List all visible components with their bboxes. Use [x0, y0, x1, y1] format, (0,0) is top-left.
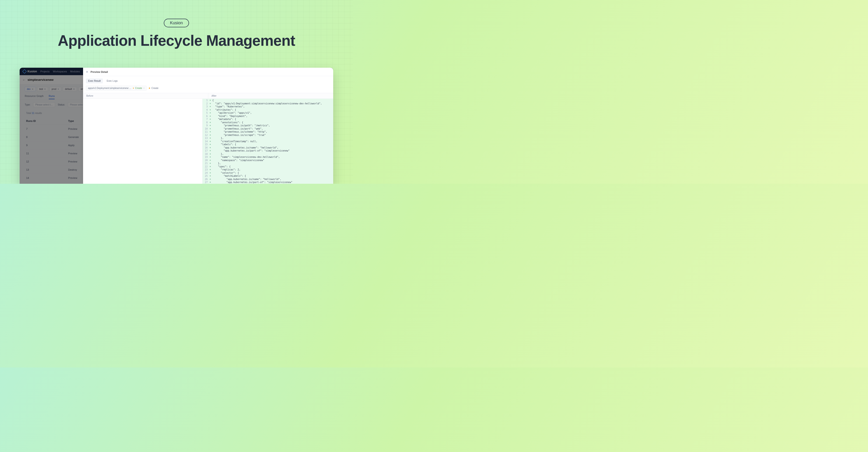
- line-number: 12: [203, 133, 210, 137]
- code-line: 2+ "id": "apps/v1:Deployment:simpleservi…: [203, 102, 333, 105]
- code-line: 23+ "replicas": 2,: [203, 168, 333, 171]
- line-content: "prometheus.io/scheme": "http",: [212, 130, 267, 133]
- code-line: 4+ "attributes": {: [203, 108, 333, 112]
- line-content: "annotations": {: [212, 121, 243, 124]
- diff-add-marker: +: [210, 146, 212, 149]
- diff-before-header: Before: [83, 93, 208, 98]
- diff-add-marker: +: [210, 111, 212, 115]
- diff-add-marker: +: [210, 102, 212, 105]
- resource-crumb-text: apps/v1:Deployment:simpleservicenew:simp…: [88, 87, 132, 89]
- modal-tabs: Exec Result Exec Logs: [83, 76, 333, 85]
- line-number: 1: [203, 99, 210, 102]
- code-line: 22+ "spec": {: [203, 165, 333, 168]
- line-number: 22: [203, 165, 210, 168]
- line-content: "matchLabels": {: [212, 174, 246, 178]
- line-number: 9: [203, 124, 210, 127]
- line-number: 23: [203, 168, 210, 171]
- diff-add-marker: +: [210, 143, 212, 146]
- diff-add-marker: +: [210, 115, 212, 118]
- line-content: "creationTimestamp": null,: [212, 140, 257, 143]
- line-content: },: [212, 152, 223, 156]
- diff-add-marker: +: [210, 130, 212, 133]
- line-number: 16: [203, 146, 210, 149]
- app-window: Kusion Projects Workspaces Modules Sourc…: [20, 68, 333, 184]
- diff-add-marker: +: [210, 155, 212, 159]
- code-line: 7+ "metadata": {: [203, 118, 333, 121]
- code-line: 26+ "app.kubernetes.io/name": "helloworl…: [203, 178, 333, 181]
- diff-add-marker: +: [210, 99, 212, 102]
- hero: Kusion Application Lifecycle Management: [0, 0, 353, 49]
- diff-add-marker: +: [210, 181, 212, 184]
- resource-crumb[interactable]: apps/v1:Deployment:simpleservicenew:simp…: [86, 86, 147, 91]
- line-number: 18: [203, 152, 210, 156]
- line-content: "namespace": "simpleservicenew": [212, 159, 265, 162]
- line-content: {: [212, 99, 214, 102]
- line-number: 27: [203, 181, 210, 184]
- diff-before-pane: [83, 99, 203, 184]
- diff-header: Before After: [83, 93, 333, 99]
- code-line: 27+ "app.kubernetes.io/part-of": "simple…: [203, 181, 333, 184]
- line-number: 13: [203, 137, 210, 140]
- diff-add-marker: +: [210, 121, 212, 124]
- line-number: 19: [203, 155, 210, 159]
- modal-header: ✕ Preview Detail: [83, 68, 333, 76]
- diff-add-marker: +: [210, 124, 212, 127]
- line-content: "app.kubernetes.io/part-of": "simpleserv…: [212, 181, 292, 184]
- tab-exec-logs[interactable]: Exec Logs: [104, 79, 120, 83]
- line-number: 20: [203, 159, 210, 162]
- line-number: 2: [203, 102, 210, 105]
- line-number: 21: [203, 162, 210, 165]
- diff-add-marker: +: [210, 137, 212, 140]
- code-line: 17+ "app.kubernetes.io/part-of": "simple…: [203, 149, 333, 152]
- code-line: 9+ "prometheus.io/path": "/metrics",: [203, 124, 333, 127]
- code-line: 13+ },: [203, 137, 333, 140]
- code-line: 3+ "type": "Kubernetes",: [203, 105, 333, 108]
- status-dot-icon: [133, 88, 134, 89]
- code-line: 5+ "apiVersion": "apps/v1",: [203, 111, 333, 115]
- line-content: "spec": {: [212, 165, 230, 168]
- line-number: 14: [203, 140, 210, 143]
- line-content: "labels": {: [212, 143, 236, 146]
- tab-exec-result[interactable]: Exec Result: [86, 79, 103, 83]
- line-content: "app.kubernetes.io/part-of": "simpleserv…: [212, 149, 289, 152]
- diff-add-marker: +: [210, 168, 212, 171]
- line-content: "type": "Kubernetes",: [212, 105, 245, 108]
- diff-add-marker: +: [210, 118, 212, 121]
- line-content: "app.kubernetes.io/name": "helloworld",: [212, 178, 281, 181]
- diff-add-marker: +: [210, 178, 212, 181]
- line-number: 5: [203, 111, 210, 115]
- code-line: 11+ "prometheus.io/scheme": "http",: [203, 130, 333, 133]
- diff-add-marker: +: [210, 152, 212, 156]
- line-number: 3: [203, 105, 210, 108]
- code-line: 16+ "app.kubernetes.io/name": "helloworl…: [203, 146, 333, 149]
- modal-title: Preview Detail: [91, 70, 108, 73]
- line-number: 25: [203, 174, 210, 178]
- code-line: 25+ "matchLabels": {: [203, 174, 333, 178]
- code-line: 6+ "kind": "Deployment",: [203, 115, 333, 118]
- diff-add-marker: +: [210, 165, 212, 168]
- close-icon[interactable]: ✕: [86, 70, 88, 73]
- code-line: 24+ "selector": {: [203, 171, 333, 175]
- line-content: "app.kubernetes.io/name": "helloworld",: [212, 146, 278, 149]
- code-line: 8+ "annotations": {: [203, 121, 333, 124]
- line-content: "id": "apps/v1:Deployment:simpleservicen…: [212, 102, 322, 105]
- hero-pill: Kusion: [164, 19, 189, 27]
- line-content: "kind": "Deployment",: [212, 115, 248, 118]
- line-content: "selector": {: [212, 171, 239, 175]
- line-number: 7: [203, 118, 210, 121]
- diff-add-marker: +: [210, 127, 212, 130]
- diff-add-marker: +: [210, 108, 212, 112]
- diff-after-pane[interactable]: 1+{2+ "id": "apps/v1:Deployment:simplese…: [203, 99, 333, 184]
- code-line: 15+ "labels": {: [203, 143, 333, 146]
- code-line: 1+{: [203, 99, 333, 102]
- line-content: "apiVersion": "apps/v1",: [212, 111, 252, 115]
- line-content: "prometheus.io/path": "/metrics",: [212, 124, 270, 127]
- diff-add-marker: +: [210, 171, 212, 175]
- diff-add-marker: +: [210, 133, 212, 137]
- line-content: },: [212, 137, 223, 140]
- preview-detail-panel: ✕ Preview Detail Exec Result Exec Logs a…: [83, 68, 333, 184]
- chevron-down-icon: ▾: [144, 87, 145, 89]
- code-line: 14+ "creationTimestamp": null,: [203, 140, 333, 143]
- code-line: 10+ "prometheus.io/port": "web",: [203, 127, 333, 130]
- diff-add-marker: +: [210, 162, 212, 165]
